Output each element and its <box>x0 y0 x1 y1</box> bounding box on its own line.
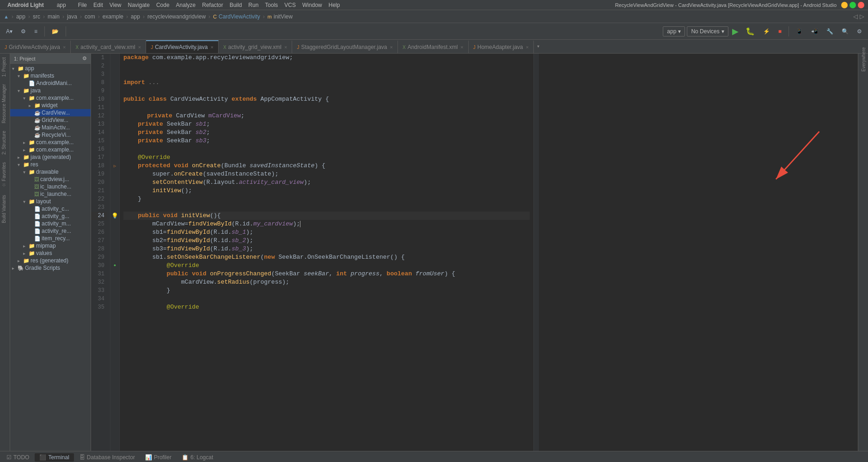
toolbar-right-3[interactable]: ⚙ <box>854 26 865 36</box>
menu-analyze[interactable]: Analyze <box>173 1 199 9</box>
breadcrumb-app[interactable]: app <box>16 13 25 20</box>
tree-item-gradle-scripts[interactable]: ▸ 🐘 Gradle Scripts <box>10 264 91 272</box>
tab-close-icon[interactable]: × <box>460 44 463 50</box>
tab-logcat[interactable]: 📋 6: Logcat <box>177 453 218 462</box>
tree-item-activity-re[interactable]: ▸ 📄 activity_re... <box>10 227 91 235</box>
tree-item-com2[interactable]: ▸ 📁 com.example... <box>10 139 91 146</box>
tree-item-cardview-drawable[interactable]: ▸ 🖼 cardview.j... <box>10 176 91 183</box>
resource-ref: activity_card_view <box>239 178 304 187</box>
close-button[interactable]: × <box>858 2 864 8</box>
project-settings-icon[interactable]: ⚙ <box>82 55 87 61</box>
toolbar-right-1[interactable]: 🔧 <box>823 26 837 36</box>
favorites-label[interactable]: ☆ Favorites <box>0 158 10 191</box>
breadcrumb-com[interactable]: com <box>85 13 95 20</box>
tab-androidmanifest[interactable]: X AndroidManifest.xml × <box>398 40 469 53</box>
tree-item-mainactivity[interactable]: ▸ ☕ MainActiv... <box>10 124 91 131</box>
resource-manager-label[interactable]: Resource Manager <box>0 80 10 127</box>
breadcrumb-class[interactable]: CardViewActivity <box>219 13 260 20</box>
tab-close-icon[interactable]: × <box>284 44 287 50</box>
menu-code[interactable]: Code <box>153 1 172 9</box>
tab-gridviewactivity[interactable]: J GridViewActivity.java × <box>0 40 71 53</box>
settings-button[interactable]: ≡ <box>31 26 41 36</box>
tab-todo[interactable]: ☑ TODO <box>2 453 34 462</box>
tree-item-com3[interactable]: ▸ 📁 com.example... <box>10 146 91 153</box>
tab-close-icon[interactable]: × <box>390 44 393 50</box>
device-selector[interactable]: No Devices ▾ <box>687 26 728 36</box>
menu-refactor[interactable]: Refactor <box>199 1 226 9</box>
menu-edit[interactable]: Edit <box>91 1 106 9</box>
menu-view[interactable]: View <box>107 1 124 9</box>
tab-profiler[interactable]: 📊 Profiler <box>141 453 176 462</box>
stop-button[interactable]: ■ <box>775 26 785 36</box>
menu-run[interactable]: Run <box>245 1 261 9</box>
tab-activity-grid-view[interactable]: X activity_grid_view.xml × <box>219 40 292 53</box>
project-panel-label[interactable]: 1: Project <box>0 54 10 80</box>
tab-close-icon[interactable]: × <box>526 44 529 50</box>
minimize-button[interactable]: − <box>841 2 848 8</box>
build-variants-label[interactable]: Build Variants <box>0 191 10 227</box>
tree-item-com-example[interactable]: ▾ 📁 com.example... <box>10 94 91 102</box>
sdk-manager-button[interactable]: 📱 <box>793 26 806 36</box>
tree-item-res[interactable]: ▾ 📁 res <box>10 161 91 168</box>
tree-item-java[interactable]: ▾ 📁 java <box>10 87 91 94</box>
tab-cardviewactivity[interactable]: J CardViewActivity.java × <box>146 40 219 53</box>
tree-item-androidmanifest[interactable]: ▸ 📄 AndroidMani... <box>10 79 91 87</box>
right-panel-icon-1[interactable]: Everywhere <box>859 55 868 64</box>
breadcrumb-java[interactable]: java <box>67 13 77 20</box>
avd-manager-button[interactable]: 📲 <box>808 26 821 36</box>
tree-item-manifests[interactable]: ▾ 📁 manifests <box>10 72 91 79</box>
breadcrumb-method[interactable]: initView <box>274 13 293 20</box>
tab-close-icon[interactable]: × <box>138 44 141 50</box>
tree-item-cardview[interactable]: ▸ ☕ CardView... <box>10 109 91 116</box>
tree-item-res-generated[interactable]: ▸ 📁 res (generated) <box>10 257 91 264</box>
tree-item-ic-launcher1[interactable]: ▸ 🖼 ic_launche... <box>10 183 91 190</box>
tree-item-activity-g[interactable]: ▸ 📄 activity_g... <box>10 213 91 220</box>
breadcrumb-example[interactable]: example <box>103 13 123 20</box>
tree-item-recycleview[interactable]: ▸ ☕ RecycleVi... <box>10 131 91 139</box>
tree-item-values[interactable]: ▸ 📁 values <box>10 249 91 257</box>
tree-item-mipmap[interactable]: ▸ 📁 mipmap <box>10 242 91 249</box>
tab-close-icon[interactable]: × <box>210 44 213 50</box>
tab-activity-card-view[interactable]: X activity_card_view.xml × <box>71 40 146 53</box>
nav-back-icon[interactable]: ◁ <box>853 13 858 20</box>
tree-item-drawable[interactable]: ▾ 📁 drawable <box>10 168 91 176</box>
sync-button[interactable]: ⚙ <box>18 26 29 36</box>
tab-db-inspector[interactable]: 🗄 Database Inspector <box>75 453 140 462</box>
toolbar-right-2[interactable]: 🔍 <box>838 26 852 36</box>
breadcrumb-main[interactable]: main <box>48 13 60 20</box>
tree-item-widget[interactable]: ▸ 📁 widget <box>10 102 91 109</box>
code-content[interactable]: package com.example.app.recycleviewandgr… <box>120 54 533 451</box>
tree-item-ic-launcher2[interactable]: ▸ 🖼 ic_launche... <box>10 190 91 198</box>
tree-item-gridview[interactable]: ▸ ☕ GridView... <box>10 116 91 124</box>
nav-forward-icon[interactable]: ▷ <box>860 13 864 20</box>
menu-help[interactable]: Help <box>326 1 343 9</box>
menu-build[interactable]: Build <box>227 1 245 9</box>
maximize-button[interactable]: + <box>850 2 856 8</box>
menu-file[interactable]: File <box>75 1 90 9</box>
tree-item-item-recy[interactable]: ▸ 📄 item_recy... <box>10 235 91 242</box>
tree-item-app[interactable]: ▾ 📁 app <box>10 65 91 72</box>
new-file-button[interactable]: A▾ <box>3 26 16 36</box>
menu-vcs[interactable]: VCS <box>281 1 299 9</box>
more-tabs-icon[interactable]: ▾ <box>534 43 543 50</box>
tree-item-layout[interactable]: ▾ 📁 layout <box>10 198 91 205</box>
tree-item-activity-m[interactable]: ▸ 📄 activity_m... <box>10 220 91 227</box>
structure-label[interactable]: 2: Structure <box>0 127 10 158</box>
profile-button[interactable]: ⚡ <box>760 26 773 36</box>
tab-staggered[interactable]: J StaggeredGridLayoutManager.java × <box>292 40 398 53</box>
tab-terminal[interactable]: ⬛ Terminal <box>35 453 73 462</box>
tab-homeadapter[interactable]: J HomeAdapter.java × <box>469 40 534 53</box>
toolbar-btn-1[interactable]: 📂 <box>49 26 62 36</box>
menu-window[interactable]: Window <box>300 1 325 9</box>
run-button[interactable]: ▶ <box>730 25 740 37</box>
tab-close-icon[interactable]: × <box>63 44 66 50</box>
debug-button[interactable]: 🐛 <box>742 25 758 37</box>
tree-item-java-generated[interactable]: ▸ 📁 java (generated) <box>10 153 91 161</box>
tree-item-activity-c[interactable]: ▸ 📄 activity_c... <box>10 205 91 213</box>
menu-tools[interactable]: Tools <box>262 1 281 9</box>
breadcrumb-app2[interactable]: app <box>131 13 140 20</box>
app-selector[interactable]: app ▾ <box>663 26 685 36</box>
breadcrumb-src[interactable]: src <box>33 13 40 20</box>
menu-navigate[interactable]: Navigate <box>125 1 153 9</box>
breadcrumb-recycleview[interactable]: recycleviewandgridview <box>147 13 206 20</box>
